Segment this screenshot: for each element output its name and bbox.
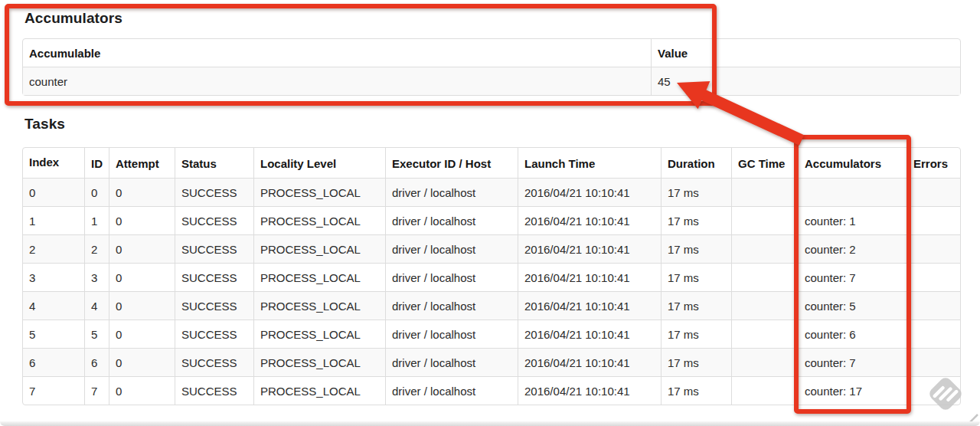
table-cell: 5 <box>23 320 84 348</box>
table-cell: 6 <box>23 348 84 376</box>
table-row: 330SUCCESSPROCESS_LOCALdriver / localhos… <box>23 263 960 291</box>
table-cell: driver / localhost <box>385 320 518 348</box>
table-row: 000SUCCESSPROCESS_LOCALdriver / localhos… <box>23 178 960 206</box>
table-cell: PROCESS_LOCAL <box>253 320 385 348</box>
table-cell: 0 <box>109 178 175 206</box>
table-cell: 17 ms <box>661 376 731 405</box>
table-cell: 17 ms <box>661 178 731 206</box>
table-row: 550SUCCESSPROCESS_LOCALdriver / localhos… <box>23 320 960 348</box>
table-cell: 2016/04/21 10:10:41 <box>518 320 661 348</box>
table-row: 440SUCCESSPROCESS_LOCALdriver / localhos… <box>23 291 960 320</box>
table-cell: 2016/04/21 10:10:41 <box>518 263 661 291</box>
table-cell <box>906 291 960 320</box>
table-cell: SUCCESS <box>175 320 253 348</box>
table-cell: 2 <box>23 234 84 263</box>
table-cell: driver / localhost <box>385 348 518 376</box>
table-cell: 17 ms <box>661 291 731 320</box>
table-cell: 17 ms <box>661 206 731 234</box>
accumulators-section-title: Accumulators <box>24 10 122 27</box>
table-cell: driver / localhost <box>385 178 518 206</box>
accumulators-table-body: counter45 <box>23 67 960 95</box>
table-cell <box>798 178 906 206</box>
column-header-value: Value <box>651 39 960 67</box>
table-cell: 6 <box>84 348 109 376</box>
table-cell: 7 <box>84 376 109 405</box>
table-cell: 17 ms <box>661 320 731 348</box>
table-row: 660SUCCESSPROCESS_LOCALdriver / localhos… <box>23 348 960 376</box>
table-cell: 0 <box>109 234 175 263</box>
table-cell: 2 <box>84 234 109 263</box>
table-cell <box>906 348 960 376</box>
table-cell: SUCCESS <box>175 178 253 206</box>
table-cell: 2016/04/21 10:10:41 <box>518 348 661 376</box>
table-cell <box>906 206 960 234</box>
column-header-index[interactable]: Index <box>23 148 84 178</box>
table-cell <box>731 263 798 291</box>
table-cell: driver / localhost <box>385 234 518 263</box>
column-header-accumulable: Accumulable <box>23 39 651 67</box>
spark-stage-page: Accumulators Accumulable Value counter45… <box>0 0 980 426</box>
table-cell <box>731 291 798 320</box>
table-cell: 2016/04/21 10:10:41 <box>518 376 661 405</box>
table-row: 770SUCCESSPROCESS_LOCALdriver / localhos… <box>23 376 960 405</box>
column-header-gc-time[interactable]: GC Time <box>731 148 798 178</box>
table-cell <box>731 320 798 348</box>
tasks-table-body: 000SUCCESSPROCESS_LOCALdriver / localhos… <box>23 178 960 405</box>
table-cell: 1 <box>84 206 109 234</box>
table-cell: 0 <box>109 263 175 291</box>
table-cell: 17 ms <box>661 263 731 291</box>
table-cell: 2016/04/21 10:10:41 <box>518 178 661 206</box>
table-cell: 2016/04/21 10:10:41 <box>518 234 661 263</box>
table-cell: 3 <box>23 263 84 291</box>
table-cell: PROCESS_LOCAL <box>253 234 385 263</box>
table-cell: PROCESS_LOCAL <box>253 263 385 291</box>
column-header-duration[interactable]: Duration <box>661 148 731 178</box>
column-header-attempt[interactable]: Attempt <box>109 148 175 178</box>
table-cell: 0 <box>84 178 109 206</box>
table-cell <box>906 263 960 291</box>
table-header-row: Index ID Attempt Status Locality Level E… <box>23 148 960 178</box>
table-cell: 5 <box>84 320 109 348</box>
table-cell: 4 <box>84 291 109 320</box>
column-header-locality-level[interactable]: Locality Level <box>253 148 385 178</box>
table-cell: counter: 7 <box>798 263 906 291</box>
table-cell: 4 <box>23 291 84 320</box>
table-cell: driver / localhost <box>385 263 518 291</box>
column-header-status[interactable]: Status <box>175 148 253 178</box>
table-cell: counter <box>23 67 651 95</box>
column-header-errors[interactable]: Errors <box>906 148 960 178</box>
table-cell: 0 <box>109 376 175 405</box>
table-cell <box>731 348 798 376</box>
tasks-section-title: Tasks <box>24 116 65 133</box>
table-cell: 2016/04/21 10:10:41 <box>518 291 661 320</box>
table-cell <box>731 376 798 405</box>
table-cell: counter: 2 <box>798 234 906 263</box>
table-row: 220SUCCESSPROCESS_LOCALdriver / localhos… <box>23 234 960 263</box>
table-cell: counter: 6 <box>798 320 906 348</box>
table-cell: counter: 5 <box>798 291 906 320</box>
table-cell <box>731 178 798 206</box>
column-header-id[interactable]: ID <box>84 148 109 178</box>
table-cell: SUCCESS <box>175 348 253 376</box>
table-cell: 0 <box>109 348 175 376</box>
table-cell: PROCESS_LOCAL <box>253 376 385 405</box>
table-cell: 0 <box>23 178 84 206</box>
column-header-executor-id-host[interactable]: Executor ID / Host <box>385 148 518 178</box>
accumulators-table: Accumulable Value counter45 <box>22 38 961 96</box>
table-cell: 0 <box>109 206 175 234</box>
table-cell: 7 <box>23 376 84 405</box>
table-cell: 2016/04/21 10:10:41 <box>518 206 661 234</box>
column-header-launch-time[interactable]: Launch Time <box>518 148 661 178</box>
table-cell <box>906 234 960 263</box>
table-cell: 0 <box>109 320 175 348</box>
column-header-accumulators[interactable]: Accumulators <box>798 148 906 178</box>
table-header-row: Accumulable Value <box>23 39 960 67</box>
table-cell: SUCCESS <box>175 291 253 320</box>
table-cell <box>731 206 798 234</box>
table-cell: PROCESS_LOCAL <box>253 291 385 320</box>
table-cell <box>731 234 798 263</box>
table-cell: SUCCESS <box>175 206 253 234</box>
table-row: 110SUCCESSPROCESS_LOCALdriver / localhos… <box>23 206 960 234</box>
table-cell: counter: 17 <box>798 376 906 405</box>
table-cell: 17 ms <box>661 348 731 376</box>
